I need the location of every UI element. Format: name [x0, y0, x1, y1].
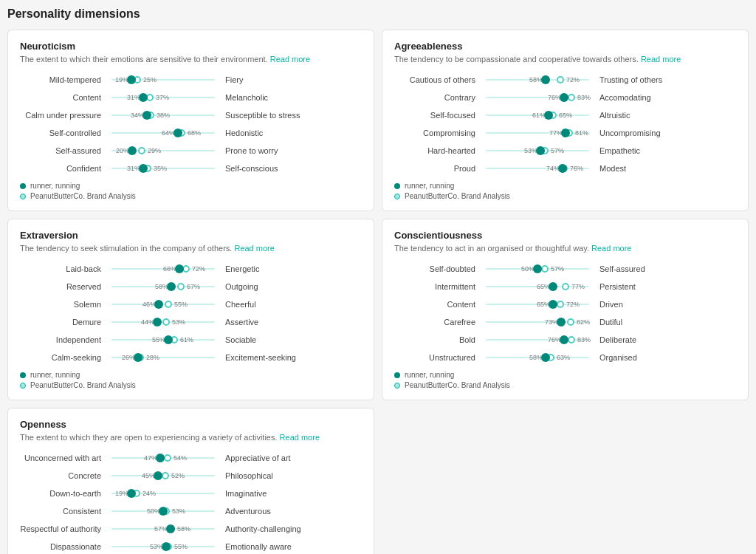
- pct2-label: 55%: [174, 301, 188, 308]
- pct2-label: 68%: [188, 129, 201, 137]
- trait-row: Self-controlled64%68%Hedonistic: [20, 127, 362, 139]
- trait-row: Demure44%53%Assertive: [20, 316, 362, 328]
- trait-bar: 58%67%: [104, 281, 222, 293]
- trait-left-label: Independent: [20, 335, 101, 344]
- brand-dot: [567, 318, 574, 326]
- pct2-label: 77%: [571, 283, 585, 290]
- trait-bar: 73%82%: [478, 316, 597, 328]
- agreeableness-legend: runner, runningPeanutButterCo. Brand Ana…: [394, 182, 736, 200]
- trait-left-label: Calm-seeking: [20, 353, 101, 362]
- legend-item-runner: runner, running: [394, 182, 736, 190]
- trait-left-label: Dispassionate: [20, 542, 101, 551]
- runner-dot: [175, 264, 184, 273]
- trait-row: Concrete45%52%Philosophical: [20, 470, 362, 482]
- trait-row: Self-focused61%65%Altruistic: [394, 109, 736, 121]
- conscientiousness-desc: The tendency to act in an organised or t…: [394, 244, 736, 253]
- legend-label-runner: runner, running: [30, 182, 80, 190]
- trait-left-label: Bold: [394, 335, 475, 344]
- trait-bar: 45%52%: [104, 470, 222, 482]
- trait-bar: 74%76%: [478, 163, 597, 174]
- trait-bar: 58%72%: [478, 74, 597, 86]
- pct2-label: 55%: [174, 543, 188, 550]
- trait-left-label: Self-assured: [20, 146, 101, 155]
- brand-dot: [164, 454, 171, 462]
- runner-dot: [549, 282, 557, 291]
- trait-row: Calm-seeking26%28%Excitement-seeking: [20, 352, 362, 363]
- legend-dot-light: [20, 383, 26, 389]
- trait-left-label: Contrary: [394, 93, 475, 102]
- runner-dot: [164, 335, 173, 344]
- trait-left-label: Proud: [394, 164, 475, 173]
- pct2-label: 83%: [577, 336, 591, 343]
- trait-row: Down-to-earth19%24%Imaginative: [20, 488, 362, 499]
- trait-right-label: Adventurous: [225, 507, 321, 516]
- trait-left-label: Unconcerned with art: [20, 454, 101, 462]
- trait-row: Solemn46%55%Cheerful: [20, 298, 362, 310]
- runner-dot: [162, 542, 171, 551]
- conscientiousness-title: Conscientiousness: [394, 230, 736, 241]
- trait-left-label: Content: [20, 93, 101, 102]
- trait-right-label: Organised: [599, 353, 695, 362]
- card-extraversion: ExtraversionThe tendency to seek stimula…: [7, 219, 374, 400]
- runner-dot: [127, 75, 136, 84]
- pct2-label: 76%: [570, 165, 583, 172]
- brand-dot: [162, 472, 169, 479]
- trait-bar: 53%57%: [478, 145, 597, 157]
- runner-dot: [127, 489, 136, 498]
- trait-right-label: Empathetic: [599, 146, 695, 155]
- runner-dot: [541, 75, 550, 84]
- agreeableness-desc: The tendency to be compassionate and coo…: [394, 55, 736, 64]
- conscientiousness-read-more[interactable]: Read more: [591, 244, 631, 253]
- trait-bar: 65%77%: [478, 281, 597, 293]
- pct2-label: 53%: [172, 507, 185, 515]
- trait-row: Unstructured58%63%Organised: [394, 352, 736, 363]
- agreeableness-read-more[interactable]: Read more: [641, 55, 681, 64]
- trait-row: Self-assured20%29%Prone to worry: [20, 145, 362, 157]
- trait-left-label: Concrete: [20, 471, 101, 480]
- pct2-label: 81%: [575, 129, 588, 137]
- trait-left-label: Self-doubted: [394, 264, 475, 273]
- trait-row: Bold76%83%Deliberate: [394, 334, 736, 346]
- trait-bar: 50%57%: [478, 263, 597, 275]
- trait-right-label: Prone to worry: [225, 146, 321, 155]
- legend-item-brand: PeanutButterCo. Brand Analysis: [20, 381, 362, 389]
- runner-dot: [139, 93, 148, 102]
- trait-bar: 50%53%: [104, 505, 222, 517]
- trait-left-label: Intermittent: [394, 282, 475, 291]
- runner-dot: [541, 353, 550, 362]
- neuroticism-read-more[interactable]: Read more: [270, 55, 310, 64]
- pct2-label: 57%: [551, 147, 564, 154]
- pct2-label: 72%: [566, 301, 580, 308]
- extraversion-read-more[interactable]: Read more: [234, 244, 274, 253]
- brand-dot: [162, 318, 170, 326]
- openness-wrapper: OpennessThe extent to which they are ope…: [7, 408, 374, 554]
- pct2-label: 35%: [154, 165, 167, 172]
- trait-bar: 31%35%: [104, 163, 222, 174]
- trait-bar: 34%38%: [104, 109, 222, 121]
- trait-row: Independent55%61%Sociable: [20, 334, 362, 346]
- trait-row: Consistent50%53%Adventurous: [20, 505, 362, 517]
- extraversion-legend: runner, runningPeanutButterCo. Brand Ana…: [20, 371, 362, 389]
- trait-left-label: Consistent: [20, 507, 101, 516]
- card-openness: OpennessThe extent to which they are ope…: [7, 408, 374, 554]
- trait-bar: 53%55%: [104, 541, 222, 553]
- trait-row: Intermittent65%77%Persistent: [394, 281, 736, 293]
- trait-right-label: Self-conscious: [225, 164, 321, 173]
- legend-item-runner: runner, running: [20, 182, 362, 190]
- trait-bar: 76%83%: [478, 334, 597, 346]
- legend-dot-dark: [394, 183, 400, 189]
- trait-bar: 20%29%: [104, 145, 222, 157]
- trait-row: Self-doubted50%57%Self-assured: [394, 263, 736, 275]
- legend-dot-dark: [20, 372, 26, 378]
- trait-right-label: Accomodating: [599, 93, 695, 102]
- trait-bar: 77%81%: [478, 127, 597, 139]
- openness-read-more[interactable]: Read more: [280, 433, 320, 442]
- trait-row: Proud74%76%Modest: [394, 163, 736, 174]
- trait-bar: 64%68%: [104, 127, 222, 139]
- trait-left-label: Laid-back: [20, 264, 101, 273]
- trait-row: Content65%72%Driven: [394, 298, 736, 310]
- runner-dot: [533, 264, 542, 273]
- brand-dot: [557, 301, 564, 308]
- trait-bar: 76%83%: [478, 92, 597, 103]
- neuroticism-legend: runner, runningPeanutButterCo. Brand Ana…: [20, 182, 362, 200]
